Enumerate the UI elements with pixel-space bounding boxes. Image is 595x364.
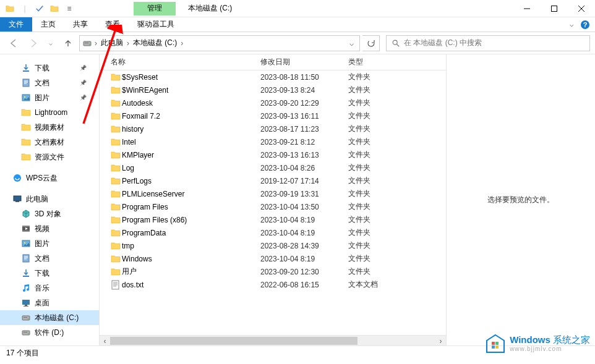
file-name: 用户 [122, 266, 260, 277]
qat-folder-icon[interactable] [3, 2, 17, 15]
file-type: 文本文档 [348, 279, 410, 290]
qat-folder2-icon[interactable] [48, 2, 61, 15]
sidebar-quick-item[interactable]: 文档素材 [0, 135, 99, 150]
sidebar-quick-item[interactable]: 视频素材 [0, 120, 99, 135]
breadcrumb-drive[interactable]: 本地磁盘 (C:) [132, 38, 178, 48]
file-row[interactable]: Intel 2023-09-21 8:12 文件夹 [100, 135, 446, 148]
scroll-right-arrow[interactable]: › [435, 336, 446, 346]
address-bar[interactable]: › 此电脑 › 本地磁盘 (C:) › ⌵ [79, 35, 360, 51]
breadcrumb-chevron-icon[interactable]: › [93, 39, 98, 48]
wps-icon [12, 173, 22, 183]
ribbon-expand-icon[interactable]: ⌵ [570, 20, 574, 28]
file-row[interactable]: Windows 2023-10-04 8:19 文件夹 [100, 252, 446, 265]
navigation-pane[interactable]: 下载文档图片Lightroom视频素材文档素材资源文件WPS云盘此电脑3D 对象… [0, 54, 100, 345]
file-date: 2023-09-21 8:12 [260, 138, 348, 146]
breadcrumb-chevron-icon[interactable]: › [126, 39, 131, 48]
file-row[interactable]: dos.txt 2022-06-08 16:15 文本文档 [100, 278, 446, 291]
column-headers: 名称 修改日期 类型 [100, 54, 446, 70]
nav-forward-button[interactable] [25, 35, 42, 52]
sidebar-pc-item[interactable]: 图片 [0, 236, 99, 251]
breadcrumb-thispc[interactable]: 此电脑 [100, 38, 124, 48]
file-type: 文件夹 [348, 214, 410, 225]
tab-home[interactable]: 主页 [32, 17, 64, 32]
file-type: 文件夹 [348, 137, 410, 147]
sidebar-this-pc[interactable]: 此电脑 [0, 192, 99, 206]
scroll-left-arrow[interactable]: ‹ [100, 336, 110, 346]
sidebar-pc-item[interactable]: 3D 对象 [0, 206, 99, 221]
sidebar-quick-item[interactable]: Lightroom [0, 105, 99, 120]
close-button[interactable] [568, 0, 595, 17]
sidebar-quick-item[interactable]: 下载 [0, 61, 99, 75]
sidebar-pc-item[interactable]: 文档 [0, 251, 99, 266]
nav-up-button[interactable] [59, 35, 77, 52]
folder-icon [111, 124, 122, 134]
sidebar-quick-item[interactable]: 文档 [0, 75, 99, 90]
file-row[interactable]: history 2023-08-17 11:23 文件夹 [100, 122, 446, 135]
col-date[interactable]: 修改日期 [260, 57, 348, 67]
search-placeholder: 在 本地磁盘 (C:) 中搜索 [404, 38, 482, 48]
svg-rect-24 [495, 345, 499, 349]
sidebar-wps-cloud[interactable]: WPS云盘 [0, 171, 99, 185]
tab-share[interactable]: 共享 [64, 17, 96, 32]
nav-back-button[interactable] [5, 35, 22, 52]
file-row[interactable]: $WinREAgent 2023-09-13 8:24 文件夹 [100, 83, 446, 96]
sidebar-pc-item[interactable]: 视频 [0, 221, 99, 236]
file-row[interactable]: 用户 2023-09-20 12:30 文件夹 [100, 265, 446, 278]
sidebar-pc-item[interactable]: 本地磁盘 (C:) [0, 310, 99, 325]
music-icon [21, 283, 31, 293]
sidebar-item-label: 本地磁盘 (C:) [35, 313, 79, 323]
maximize-button[interactable] [541, 0, 568, 17]
file-name: tmp [122, 242, 260, 250]
breadcrumb-chevron-icon[interactable]: › [179, 39, 184, 48]
refresh-button[interactable] [362, 35, 380, 51]
minimize-button[interactable] [513, 0, 541, 17]
tab-file[interactable]: 文件 [0, 17, 32, 32]
folder-icon [111, 241, 122, 251]
file-name: $WinREAgent [122, 86, 260, 95]
folder-icon [21, 137, 31, 147]
sidebar-quick-item[interactable]: 资源文件 [0, 150, 99, 164]
file-row[interactable]: Autodesk 2023-09-20 12:29 文件夹 [100, 96, 446, 109]
file-type: 文件夹 [348, 253, 410, 264]
search-input[interactable]: 在 本地磁盘 (C:) 中搜索 [386, 35, 590, 51]
sidebar-pc-item[interactable]: 下载 [0, 266, 99, 281]
file-list[interactable]: $SysReset 2023-08-18 11:50 文件夹 $WinREAge… [100, 70, 446, 335]
help-icon[interactable] [580, 20, 590, 30]
scroll-thumb[interactable] [110, 337, 357, 345]
file-type: 文件夹 [348, 176, 410, 186]
sidebar-pc-item[interactable]: 音乐 [0, 281, 99, 295]
title-bar: | ≡ 管理 本地磁盘 (C:) [0, 0, 595, 17]
file-row[interactable]: $SysReset 2023-08-18 11:50 文件夹 [100, 70, 446, 83]
file-row[interactable]: Program Files 2023-10-04 13:50 文件夹 [100, 200, 446, 213]
file-row[interactable]: KMPlayer 2023-09-13 16:13 文件夹 [100, 148, 446, 161]
file-row[interactable]: PerfLogs 2019-12-07 17:14 文件夹 [100, 174, 446, 187]
file-row[interactable]: ProgramData 2023-10-04 8:19 文件夹 [100, 226, 446, 239]
tab-view[interactable]: 查看 [96, 17, 129, 32]
file-date: 2023-09-20 12:30 [260, 268, 348, 276]
download-icon [21, 63, 31, 73]
col-type[interactable]: 类型 [348, 57, 410, 67]
address-dropdown-icon[interactable]: ⌵ [346, 39, 357, 48]
sidebar-pc-item[interactable]: 软件 (D:) [0, 325, 99, 340]
sidebar-quick-item[interactable]: 图片 [0, 90, 99, 105]
file-row[interactable]: PLMLicenseServer 2023-09-19 13:31 文件夹 [100, 187, 446, 200]
file-row[interactable]: Program Files (x86) 2023-10-04 8:19 文件夹 [100, 213, 446, 226]
nav-recent-dropdown[interactable]: ⌵ [45, 35, 57, 52]
sidebar-item-label: 此电脑 [26, 194, 48, 205]
folder-icon [111, 176, 122, 186]
tab-drive-tools[interactable]: 驱动器工具 [129, 17, 183, 32]
file-row[interactable]: Foxmail 7.2 2023-09-13 16:11 文件夹 [100, 109, 446, 122]
sidebar-pc-item[interactable]: 桌面 [0, 295, 99, 310]
sidebar-item-label: 图片 [35, 93, 49, 103]
qat-overflow[interactable]: ≡ [62, 2, 76, 15]
watermark-rest: 系统之家 [550, 334, 590, 345]
sidebar-item-label: Lightroom [35, 108, 67, 117]
file-name: ProgramData [122, 229, 260, 237]
file-row[interactable]: tmp 2023-08-28 14:39 文件夹 [100, 239, 446, 252]
col-name[interactable]: 名称 [111, 57, 260, 67]
file-row[interactable]: Log 2023-10-04 8:26 文件夹 [100, 161, 446, 174]
picture-icon [21, 93, 31, 103]
svg-rect-22 [495, 342, 499, 345]
qat-check-icon[interactable] [33, 2, 46, 15]
horizontal-scrollbar[interactable]: ‹ › [100, 335, 446, 345]
